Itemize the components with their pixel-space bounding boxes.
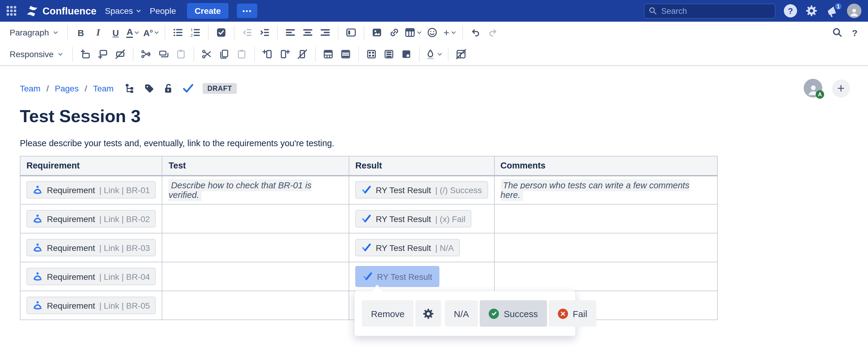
unlocked-icon[interactable] xyxy=(163,83,174,93)
test-cell[interactable] xyxy=(162,233,349,262)
column-header-requirement[interactable]: Requirement xyxy=(20,156,162,175)
help-icon[interactable]: ? xyxy=(784,4,797,18)
approval-check-icon[interactable] xyxy=(182,82,194,94)
test-cell[interactable]: Describe how to check that BR-01 is veri… xyxy=(162,175,349,204)
comments-cell[interactable] xyxy=(494,262,717,291)
underline-icon[interactable]: U xyxy=(107,25,124,40)
add-collaborator-button[interactable]: + xyxy=(832,79,850,97)
column-header-test[interactable]: Test xyxy=(162,156,349,175)
insert-icon[interactable]: + xyxy=(441,25,458,40)
requirement-cell[interactable]: Requirement| Link | BR-03 xyxy=(20,233,162,262)
result-na-button[interactable]: N/A xyxy=(445,300,478,327)
split-cells-icon[interactable] xyxy=(380,46,397,62)
editor-help-icon[interactable]: ? xyxy=(846,25,863,40)
requirement-cell[interactable]: Requirement| Link | BR-05 xyxy=(20,291,162,320)
remove-macro-button[interactable]: Remove xyxy=(362,300,413,327)
intro-paragraph[interactable]: Please describe your tests and, eventual… xyxy=(20,138,850,148)
macro-settings-button[interactable] xyxy=(415,300,441,327)
user-avatar[interactable] xyxy=(847,4,861,18)
more-formatting-icon[interactable]: Ao xyxy=(142,25,160,40)
test-cell[interactable] xyxy=(162,291,349,320)
column-header-comments[interactable]: Comments xyxy=(494,156,717,175)
column-header-result[interactable]: Result xyxy=(349,156,494,175)
requirement-macro-chip[interactable]: Requirement| Link | BR-01 xyxy=(26,182,156,199)
delete-row-icon[interactable] xyxy=(112,46,129,62)
emoji-icon[interactable] xyxy=(424,25,441,40)
align-center-icon[interactable] xyxy=(299,25,316,40)
table-icon[interactable] xyxy=(403,25,423,40)
undo-icon[interactable] xyxy=(467,25,484,40)
copy-icon[interactable] xyxy=(216,46,232,62)
delete-column-icon[interactable] xyxy=(294,46,311,62)
test-cell[interactable] xyxy=(162,262,349,291)
result-cell[interactable]: RY Test Result| N/A xyxy=(349,233,494,262)
header-row-icon[interactable] xyxy=(320,46,337,62)
result-success-button[interactable]: Success xyxy=(480,300,547,327)
bullet-list-icon[interactable] xyxy=(169,25,186,40)
comments-cell[interactable] xyxy=(494,233,717,262)
result-macro-chip[interactable]: RY Test Result xyxy=(355,266,439,287)
find-icon[interactable] xyxy=(829,25,846,40)
result-cell[interactable]: RY Test Result| (/) Success xyxy=(349,175,494,204)
add-row-above-icon[interactable] xyxy=(77,46,94,62)
text-color-icon[interactable]: A xyxy=(125,25,142,40)
create-button[interactable]: Create xyxy=(187,3,228,19)
requirement-macro-chip[interactable]: Requirement| Link | BR-03 xyxy=(26,239,156,256)
result-macro-chip[interactable]: RY Test Result| (x) Fail xyxy=(355,210,471,227)
test-cell[interactable] xyxy=(162,204,349,233)
labels-icon[interactable] xyxy=(144,83,154,93)
bold-icon[interactable]: B xyxy=(72,25,89,40)
requirement-cell[interactable]: Requirement| Link | BR-01 xyxy=(20,175,162,204)
block-style-select[interactable]: Paragraph xyxy=(5,25,63,40)
requirement-macro-chip[interactable]: Requirement| Link | BR-04 xyxy=(26,268,156,285)
author-avatar[interactable]: A xyxy=(804,79,822,98)
page-tree-icon[interactable] xyxy=(124,83,135,93)
requirement-cell[interactable]: Requirement| Link | BR-02 xyxy=(20,204,162,233)
indent-icon[interactable] xyxy=(256,25,273,40)
add-column-right-icon[interactable] xyxy=(277,46,293,62)
settings-gear-icon[interactable] xyxy=(805,5,817,17)
breadcrumb-link-space[interactable]: Team xyxy=(20,83,40,93)
result-cell[interactable]: RY Test Result Remove N/A Success Fail xyxy=(349,262,494,291)
table-layout-select[interactable]: Responsive xyxy=(5,47,68,61)
italic-icon[interactable]: I xyxy=(90,25,107,40)
requirement-macro-chip[interactable]: Requirement| Link | BR-05 xyxy=(26,297,156,314)
search-input[interactable] xyxy=(644,3,775,18)
align-left-icon[interactable] xyxy=(282,25,299,40)
comments-cell[interactable]: The person who tests can write a few com… xyxy=(494,175,717,204)
header-column-icon[interactable] xyxy=(337,46,354,62)
nav-people[interactable]: People xyxy=(150,6,176,16)
link-icon[interactable] xyxy=(386,25,403,40)
result-cell[interactable]: RY Test Result| (x) Fail xyxy=(349,204,494,233)
copy-row-icon[interactable] xyxy=(155,46,172,62)
task-list-icon[interactable] xyxy=(213,25,229,40)
cell-color-icon[interactable] xyxy=(424,46,444,62)
align-right-icon[interactable] xyxy=(317,25,334,40)
cut-row-icon[interactable] xyxy=(138,46,154,62)
cut-icon[interactable] xyxy=(198,46,215,62)
add-column-left-icon[interactable] xyxy=(259,46,276,62)
cell-options-icon[interactable] xyxy=(398,46,415,62)
requirement-macro-chip[interactable]: Requirement| Link | BR-02 xyxy=(26,210,156,227)
requirement-cell[interactable]: Requirement| Link | BR-04 xyxy=(20,262,162,291)
more-actions-button[interactable]: ••• xyxy=(237,4,257,18)
merge-cells-icon[interactable] xyxy=(363,46,380,62)
announcement-icon[interactable]: 1 xyxy=(826,4,839,17)
test-placeholder-text[interactable]: Describe how to check that BR-01 is veri… xyxy=(168,179,311,201)
breadcrumb-link-pages[interactable]: Pages xyxy=(55,83,79,93)
remove-table-icon[interactable] xyxy=(453,46,469,62)
page-title[interactable]: Test Session 3 xyxy=(20,107,850,126)
app-switcher-icon[interactable] xyxy=(7,6,16,15)
confluence-home-link[interactable]: Confluence xyxy=(26,4,96,17)
result-macro-chip[interactable]: RY Test Result| N/A xyxy=(355,239,460,256)
image-icon[interactable] xyxy=(369,25,385,40)
comments-cell[interactable] xyxy=(494,204,717,233)
add-row-below-icon[interactable] xyxy=(94,46,111,62)
numbered-list-icon[interactable]: 12 xyxy=(187,25,204,40)
nav-spaces[interactable]: Spaces xyxy=(105,6,141,16)
result-fail-button[interactable]: Fail xyxy=(549,300,596,327)
comments-placeholder-text[interactable]: The person who tests can write a few com… xyxy=(500,179,689,201)
result-macro-chip[interactable]: RY Test Result| (/) Success xyxy=(355,182,488,199)
layout-icon[interactable] xyxy=(343,25,360,40)
breadcrumb-link-parent[interactable]: Team xyxy=(93,83,113,93)
